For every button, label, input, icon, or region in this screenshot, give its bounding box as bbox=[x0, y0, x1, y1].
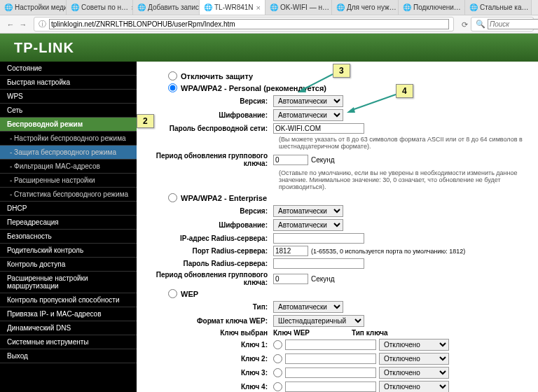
callout-2: 2 bbox=[137, 114, 154, 128]
tab-favicon: 🌐 bbox=[137, 4, 146, 12]
wep-key2-type[interactable]: Отключено bbox=[379, 353, 449, 365]
sidebar-item[interactable]: Беспроводной режим bbox=[0, 118, 137, 132]
tab-favicon: 🌐 bbox=[469, 4, 478, 12]
wep-key2-radio[interactable] bbox=[273, 354, 282, 363]
svg-line-2 bbox=[350, 94, 396, 111]
browser-tab[interactable]: 🌐Добавить запись…× bbox=[133, 0, 200, 15]
radio-wpa-personal[interactable] bbox=[168, 83, 177, 92]
radio-wep[interactable] bbox=[168, 289, 177, 298]
sidebar-item[interactable]: WPS bbox=[0, 90, 137, 104]
close-icon[interactable]: × bbox=[256, 4, 261, 12]
back-button[interactable]: ← bbox=[4, 18, 17, 31]
browser-tab[interactable]: 🌐Для чего нуж…× bbox=[332, 0, 399, 15]
radius-ip-input[interactable] bbox=[273, 233, 364, 244]
tab-favicon: 🌐 bbox=[4, 4, 13, 12]
wep-key3-input[interactable] bbox=[285, 368, 376, 378]
wep-key1-radio[interactable] bbox=[273, 340, 282, 349]
sidebar-item[interactable]: DHCP bbox=[0, 202, 137, 216]
browser-tab[interactable]: 🌐Настройки меди…× bbox=[0, 0, 67, 15]
tab-favicon: 🌐 bbox=[270, 4, 278, 12]
sidebar-item[interactable]: Выход bbox=[0, 349, 137, 363]
search-icon: 🔍 bbox=[476, 20, 485, 29]
browser-tab[interactable]: 🌐TL-WR841N× bbox=[200, 0, 265, 15]
sidebar-item[interactable]: Расширенные настройки маршрутизации bbox=[0, 272, 137, 293]
sidebar-item[interactable]: - Защита беспроводного режима bbox=[0, 146, 137, 160]
url-field[interactable]: ⓘ bbox=[34, 17, 454, 31]
main-panel: 1 2 3 4 Отключить защиту WPA/WPA2 - Pers… bbox=[137, 62, 538, 392]
ent-version-select[interactable]: Автоматически bbox=[273, 205, 343, 217]
sidebar-item[interactable]: - Статистика беспроводного режима bbox=[0, 188, 137, 202]
tab-favicon: 🌐 bbox=[204, 4, 212, 12]
encrypt-select[interactable]: Автоматически bbox=[273, 109, 343, 121]
wep-key4-type[interactable]: Отключено bbox=[379, 381, 449, 392]
wpa-personal-option[interactable]: WPA/WPA2 - Personal (рекомендуется) bbox=[168, 83, 527, 92]
wep-key1-type[interactable]: Отключено bbox=[379, 339, 449, 351]
wep-key1-input[interactable] bbox=[285, 340, 376, 350]
sidebar-item[interactable]: Системные инструменты bbox=[0, 335, 137, 349]
radius-pwd-input[interactable] bbox=[273, 258, 364, 269]
sidebar-item[interactable]: - Настройки беспроводного режима bbox=[0, 132, 137, 146]
forward-button[interactable]: → bbox=[17, 18, 29, 31]
wep-key3-radio[interactable] bbox=[273, 368, 282, 377]
arrow-3 bbox=[298, 73, 336, 94]
password-hint: (Вы можете указать от 8 до 63 символов ф… bbox=[279, 136, 527, 150]
sidebar-item[interactable]: Безопасность bbox=[0, 230, 137, 244]
callout-3: 3 bbox=[333, 64, 350, 78]
wep-type-select[interactable]: Автоматически bbox=[273, 301, 343, 313]
tab-favicon: 🌐 bbox=[71, 4, 79, 12]
encrypt-label: Шифрование: bbox=[147, 111, 273, 119]
arrow-4 bbox=[347, 93, 399, 114]
wep-format-select[interactable]: Шестнадцатеричный bbox=[273, 315, 364, 327]
browser-tab[interactable]: 🌐Подключени…× bbox=[399, 0, 465, 15]
sidebar-item[interactable]: - Фильтрация MAC-адресов bbox=[0, 160, 137, 174]
sidebar: СостояниеБыстрая настройкаWPSСетьБеспров… bbox=[0, 62, 137, 392]
sidebar-item[interactable]: Родительский контроль bbox=[0, 244, 137, 258]
page-header: TP-LINK bbox=[0, 34, 538, 62]
wep-key4-radio[interactable] bbox=[273, 382, 282, 391]
password-input[interactable] bbox=[273, 123, 364, 134]
refresh-button[interactable]: ⟳ bbox=[458, 18, 471, 31]
sidebar-item[interactable]: Состояние bbox=[0, 62, 137, 76]
password-label: Пароль беспроводной сети: bbox=[147, 125, 273, 132]
info-icon: ⓘ bbox=[39, 19, 46, 29]
url-input[interactable] bbox=[49, 19, 449, 29]
browser-tabs: 🌐Настройки меди…×🌐Советы по н…×🌐Добавить… bbox=[0, 0, 538, 15]
svg-marker-3 bbox=[347, 107, 355, 113]
radius-port-input[interactable] bbox=[273, 246, 308, 256]
sidebar-item[interactable]: - Расширенные настройки bbox=[0, 174, 137, 188]
svg-marker-1 bbox=[298, 87, 306, 92]
sidebar-item[interactable]: Динамический DNS bbox=[0, 321, 137, 335]
logo: TP-LINK bbox=[14, 40, 74, 56]
ent-encrypt-select[interactable]: Автоматически bbox=[273, 219, 343, 231]
wep-key4-input[interactable] bbox=[285, 382, 376, 392]
ent-group-input[interactable] bbox=[273, 274, 308, 284]
wpa-enterprise-option[interactable]: WPA/WPA2 - Enterprise bbox=[168, 193, 527, 202]
sidebar-item[interactable]: Контроль пропускной способности bbox=[0, 293, 137, 307]
search-field[interactable]: 🔍 bbox=[471, 17, 534, 31]
browser-tab[interactable]: 🌐Стальные ка…× bbox=[465, 0, 532, 15]
sidebar-item[interactable]: Контроль доступа bbox=[0, 258, 137, 272]
browser-tab[interactable]: 🌐Советы по н…× bbox=[67, 0, 133, 15]
version-select[interactable]: Автоматически bbox=[273, 95, 343, 107]
version-label: Версия: bbox=[147, 97, 273, 105]
wep-option[interactable]: WEP bbox=[168, 289, 527, 298]
svg-line-0 bbox=[301, 74, 333, 90]
wep-key2-input[interactable] bbox=[285, 354, 376, 364]
sidebar-item[interactable]: Быстрая настройка bbox=[0, 76, 137, 90]
group-hint: (Оставьте по умолчанию, если вы не увере… bbox=[279, 169, 527, 190]
sidebar-item[interactable]: Сеть bbox=[0, 104, 137, 118]
tab-favicon: 🌐 bbox=[336, 4, 345, 12]
callout-4: 4 bbox=[396, 84, 413, 98]
radio-wpa-enterprise[interactable] bbox=[168, 193, 177, 202]
browser-tab[interactable]: 🌐OK-WIFI — н…× bbox=[265, 0, 332, 15]
group-label: Период обновления группового ключа: bbox=[147, 152, 273, 167]
wep-key3-type[interactable]: Отключено bbox=[379, 367, 449, 379]
radio-disable[interactable] bbox=[168, 71, 177, 80]
address-bar: ← → ⓘ ⟳ 🔍 bbox=[0, 15, 538, 34]
tab-favicon: 🌐 bbox=[403, 4, 411, 12]
search-input[interactable] bbox=[488, 19, 538, 29]
sidebar-item[interactable]: Привязка IP- и MAC-адресов bbox=[0, 307, 137, 321]
sidebar-item[interactable]: Переадресация bbox=[0, 216, 137, 230]
group-input[interactable] bbox=[273, 155, 308, 165]
